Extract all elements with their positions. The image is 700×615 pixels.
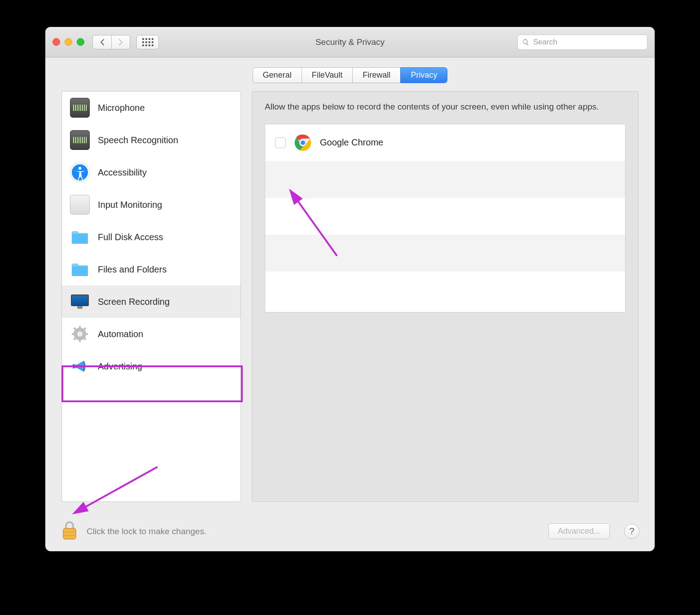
sidebar-item-label: Screen Recording <box>98 297 170 307</box>
sidebar-item-automation[interactable]: Automation <box>62 318 241 350</box>
chrome-icon <box>293 133 313 153</box>
nav-buttons <box>92 35 159 49</box>
sidebar-item-advertising[interactable]: Advertising <box>62 350 241 382</box>
sidebar-item-microphone[interactable]: Microphone <box>62 92 241 124</box>
svg-point-15 <box>300 140 306 145</box>
privacy-category-list[interactable]: Microphone Speech Recognition Accessibil… <box>61 91 241 502</box>
sidebar-item-label: Speech Recognition <box>98 135 178 145</box>
svg-point-3 <box>77 331 83 337</box>
folder-icon <box>70 259 90 279</box>
help-button[interactable]: ? <box>624 524 639 539</box>
list-empty-row <box>265 272 625 308</box>
show-all-button[interactable] <box>136 35 159 49</box>
gear-icon <box>70 324 90 344</box>
tab-general[interactable]: General <box>253 67 302 83</box>
minimize-window-button[interactable] <box>65 38 72 46</box>
close-window-button[interactable] <box>52 38 60 46</box>
tab-filevault[interactable]: FileVault <box>302 67 353 83</box>
sidebar-item-label: Microphone <box>98 103 145 113</box>
sidebar-item-label: Full Disk Access <box>98 232 163 242</box>
folder-icon <box>70 227 90 247</box>
sidebar-item-label: Advertising <box>98 361 142 372</box>
back-button[interactable] <box>92 35 111 49</box>
pane-description: Allow the apps below to record the conte… <box>265 101 626 113</box>
search-field[interactable] <box>517 35 648 50</box>
chevron-right-icon <box>118 39 123 46</box>
svg-rect-7 <box>85 333 88 335</box>
search-icon <box>522 39 529 46</box>
list-empty-row <box>265 235 625 272</box>
list-empty-row <box>265 198 625 235</box>
content-area: Microphone Speech Recognition Accessibil… <box>45 91 655 511</box>
lock-icon <box>61 520 79 541</box>
tab-privacy[interactable]: Privacy <box>400 67 447 83</box>
sidebar-item-label: Files and Folders <box>98 264 166 275</box>
sidebar-item-input-monitoring[interactable]: Input Monitoring <box>62 189 241 221</box>
svg-rect-16 <box>63 528 76 539</box>
sidebar-item-label: Automation <box>98 329 143 339</box>
sidebar-item-label: Accessibility <box>98 167 147 178</box>
svg-rect-4 <box>79 326 81 329</box>
sidebar-item-full-disk-access[interactable]: Full Disk Access <box>62 221 241 253</box>
detail-pane: Allow the apps below to record the conte… <box>252 91 639 502</box>
app-row-google-chrome[interactable]: Google Chrome <box>265 124 625 161</box>
svg-rect-12 <box>73 364 74 369</box>
keyboard-icon <box>70 195 90 215</box>
titlebar: Security & Privacy <box>45 27 655 57</box>
accessibility-icon <box>70 163 90 182</box>
window-controls <box>52 38 84 46</box>
app-name: Google Chrome <box>320 137 383 148</box>
lock-button[interactable] <box>61 520 79 543</box>
forward-button[interactable] <box>111 35 130 49</box>
svg-point-1 <box>79 167 81 170</box>
screen-icon <box>70 292 90 312</box>
sidebar-item-files-and-folders[interactable]: Files and Folders <box>62 253 241 286</box>
footer: Click the lock to make changes. Advanced… <box>45 511 655 551</box>
svg-rect-5 <box>79 339 81 342</box>
search-input[interactable] <box>533 38 643 47</box>
sidebar-item-screen-recording[interactable]: Screen Recording <box>62 286 241 318</box>
zoom-window-button[interactable] <box>77 38 84 46</box>
tab-bar: General FileVault Firewall Privacy <box>45 57 655 91</box>
chevron-left-icon <box>100 39 105 46</box>
sidebar-item-label: Input Monitoring <box>98 200 162 210</box>
app-list: Google Chrome <box>265 124 626 312</box>
list-empty-row <box>265 161 625 198</box>
grid-icon <box>142 38 153 46</box>
sidebar-item-speech-recognition[interactable]: Speech Recognition <box>62 124 241 156</box>
speech-icon <box>70 130 90 150</box>
app-checkbox[interactable] <box>275 137 286 148</box>
preferences-window: Security & Privacy General FileVault Fir… <box>45 27 655 551</box>
sidebar-item-accessibility[interactable]: Accessibility <box>62 156 241 189</box>
megaphone-icon <box>70 356 90 376</box>
mic-icon <box>70 98 90 118</box>
svg-rect-6 <box>72 333 74 335</box>
lock-text: Click the lock to make changes. <box>87 527 206 536</box>
tab-firewall[interactable]: Firewall <box>352 67 400 83</box>
advanced-button[interactable]: Advanced... <box>548 523 610 539</box>
